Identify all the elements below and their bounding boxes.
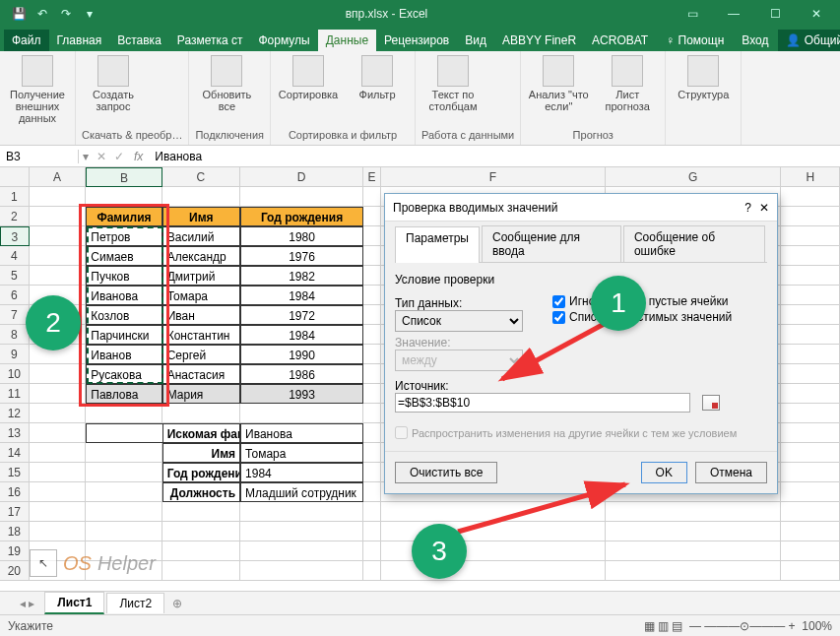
col-header-A[interactable]: A [30,167,87,187]
cell-A13[interactable] [30,423,87,443]
cell-H15[interactable] [781,463,840,482]
row-header-15[interactable]: 15 [0,463,30,482]
cell-H5[interactable] [781,266,840,286]
cell-B6[interactable]: Иванова [86,286,162,305]
cell-B16[interactable] [86,482,162,502]
cell-A12[interactable] [30,404,87,423]
redo-icon[interactable]: ↷ [55,3,77,25]
cell-E7[interactable] [363,305,381,325]
cell-E9[interactable] [363,345,381,364]
tab-помощн[interactable]: ♀ Помощн [658,30,732,51]
cell-D2[interactable]: Год рождения [240,207,363,226]
cell-E16[interactable] [363,482,381,502]
row-header-12[interactable]: 12 [0,404,30,423]
sheet-tab-Лист1[interactable]: Лист1 [44,592,104,614]
row-header-17[interactable]: 17 [0,502,30,522]
cell-A16[interactable] [30,482,87,502]
cell-A17[interactable] [30,502,87,522]
cancel-button[interactable]: Отмена [695,462,767,483]
cell-B4[interactable]: Симаев [86,246,162,266]
close-icon[interactable]: ✕ [797,0,836,28]
cell-H16[interactable] [781,482,840,502]
tab-вставка[interactable]: Вставка [109,30,169,51]
dialog-tab-2[interactable]: Сообщение об ошибке [623,225,765,262]
cell-H19[interactable] [781,541,840,561]
cell-D3[interactable]: 1980 [240,226,363,246]
cell-D20[interactable] [240,561,363,581]
cell-H3[interactable] [781,226,840,246]
row-header-5[interactable]: 5 [0,266,30,286]
save-icon[interactable]: 💾 [8,3,30,25]
cell-C18[interactable] [162,522,240,541]
cell-A3[interactable] [30,226,87,246]
cell-B8[interactable]: Парчински [86,325,162,345]
cell-D13[interactable]: Иванова [240,423,363,443]
cell-H7[interactable] [781,305,840,325]
minimize-icon[interactable]: — [714,0,753,28]
cell-D15[interactable]: 1984 [240,463,363,482]
cell-D17[interactable] [240,502,363,522]
cell-C1[interactable] [162,187,240,207]
dialog-tab-1[interactable]: Сообщение для ввода [482,225,621,262]
ribbon-структура[interactable]: Структура [672,55,735,100]
cell-E4[interactable] [363,246,381,266]
cell-B11[interactable]: Павлова [86,384,162,404]
cell-D6[interactable]: 1984 [240,286,363,305]
ribbon-создать-запрос[interactable]: Создать запрос [82,55,145,112]
cell-C2[interactable]: Имя [162,207,240,226]
ribbon-лист-прогноза[interactable]: Лист прогноза [596,55,659,112]
fx-icon[interactable]: fx [128,150,149,163]
cell-B13[interactable] [86,423,162,443]
sheet-nav-icon[interactable]: ◂ ▸ [20,597,34,610]
col-header-C[interactable]: C [162,167,240,187]
cell-H13[interactable] [781,423,840,443]
formula-input[interactable] [149,150,840,163]
cell-H11[interactable] [781,384,840,404]
row-header-13[interactable]: 13 [0,423,30,443]
col-header-E[interactable]: E [363,167,381,187]
cell-E1[interactable] [363,187,381,207]
col-header-G[interactable]: G [606,167,782,187]
tab-формулы[interactable]: Формулы [251,30,318,51]
cell-C20[interactable] [162,561,240,581]
cell-B10[interactable]: Русакова [86,364,162,384]
cell-H17[interactable] [781,502,840,522]
row-header-20[interactable]: 20 [0,561,30,581]
cell-C7[interactable]: Иван [162,305,240,325]
cell-H20[interactable] [781,561,840,581]
cell-C17[interactable] [162,502,240,522]
ribbon-фильтр[interactable]: Фильтр [346,55,409,100]
cell-D19[interactable] [240,541,363,561]
cell-C4[interactable]: Александр [162,246,240,266]
cell-E8[interactable] [363,325,381,345]
cell-H18[interactable] [781,522,840,541]
ribbon-получение-внешних-данных[interactable]: Получение внешних данных [6,55,69,124]
cancel-formula-icon[interactable]: ✕ [93,150,110,163]
row-header-2[interactable]: 2 [0,207,30,226]
ribbon-анализ-что-если-[interactable]: Анализ "что если" [527,55,590,112]
cell-C16[interactable]: Должность [162,482,240,502]
dialog-tab-0[interactable]: Параметры [395,226,480,263]
cell-C3[interactable]: Василий [162,226,240,246]
tab-acrobat[interactable]: ACROBAT [584,30,656,51]
cell-A4[interactable] [30,246,87,266]
cell-H8[interactable] [781,325,840,345]
cell-A15[interactable] [30,463,87,482]
undo-icon[interactable]: ↶ [32,3,53,25]
cell-C6[interactable]: Томара [162,286,240,305]
tab-разметка ст[interactable]: Разметка ст [169,30,251,51]
cell-E15[interactable] [363,463,381,482]
cell-D14[interactable]: Томара [240,443,363,463]
cell-D12[interactable] [240,404,363,423]
cell-B17[interactable] [86,502,162,522]
tab-abbyy finer[interactable]: ABBYY FineR [494,30,584,51]
row-header-3[interactable]: 3 [0,226,30,246]
maximize-icon[interactable]: ☐ [755,0,795,28]
cell-E19[interactable] [363,541,381,561]
col-header-H[interactable]: H [781,167,840,187]
row-header-14[interactable]: 14 [0,443,30,463]
tab-рецензиров[interactable]: Рецензиров [376,30,457,51]
cell-A5[interactable] [30,266,87,286]
row-header-6[interactable]: 6 [0,286,30,305]
tab-данные[interactable]: Данные [318,30,376,51]
